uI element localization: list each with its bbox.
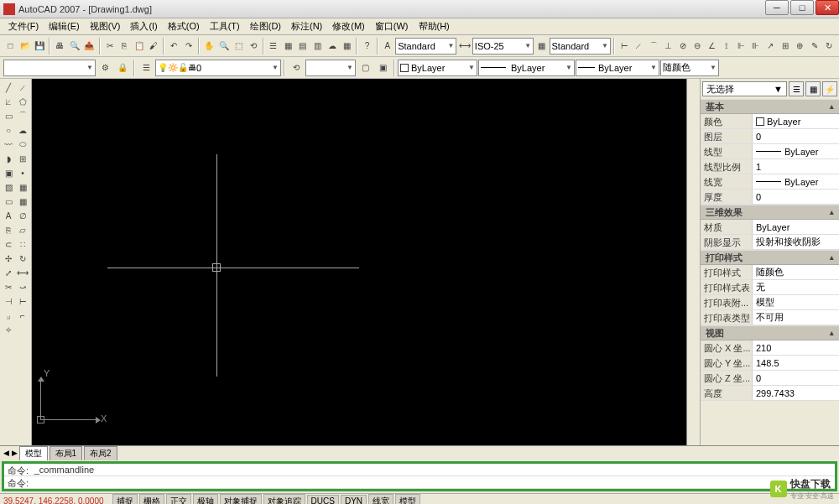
text-style-dropdown[interactable]: Standard▼ (395, 38, 456, 55)
dim-ord-icon[interactable]: ⊥ (661, 38, 675, 55)
menu-help[interactable]: 帮助(H) (414, 18, 455, 34)
dim-base-icon[interactable]: ⊩ (734, 38, 748, 55)
menu-file[interactable]: 文件(F) (3, 18, 44, 34)
dim-linear-icon[interactable]: ⊢ (618, 38, 631, 55)
print-icon[interactable]: 🖶 (53, 38, 66, 55)
ellipse-arc-icon[interactable]: ◗ (2, 152, 15, 165)
rotate-icon[interactable]: ↻ (16, 252, 29, 265)
menu-format[interactable]: 格式(O) (163, 18, 205, 34)
dim-ang-icon[interactable]: ∠ (705, 38, 718, 55)
menu-dimension[interactable]: 标注(N) (286, 18, 327, 34)
zoom-prev-icon[interactable]: ⟲ (246, 38, 259, 55)
quick-icon[interactable]: ⚡ (822, 81, 837, 96)
workspace-settings-icon[interactable]: ⚙ (96, 60, 113, 76)
dim-arc-icon[interactable]: ⌒ (647, 38, 660, 55)
match-icon[interactable]: 🖌 (147, 38, 160, 55)
prop-value-color[interactable]: ByLayer (753, 114, 839, 128)
dc-icon[interactable]: ▦ (281, 38, 294, 55)
layer-prev-icon[interactable]: ⟲ (288, 60, 305, 76)
table-tool-icon[interactable]: ▦ (16, 195, 29, 208)
extend-icon[interactable]: ⤻ (16, 280, 29, 294)
break-icon[interactable]: ⊣ (2, 294, 15, 308)
prop-value-plotattach[interactable]: 模型 (753, 295, 839, 309)
zoom-rt-icon[interactable]: 🔍 (216, 38, 230, 55)
prop-value-ltscale[interactable]: 1 (753, 159, 839, 174)
redo-icon[interactable]: ↷ (182, 38, 195, 55)
selection-dropdown[interactable]: 无选择▼ (702, 81, 787, 96)
tp-icon[interactable]: ▤ (296, 38, 310, 55)
layer-state-dropdown[interactable]: ▼ (305, 60, 356, 76)
spline-icon[interactable]: 〰 (2, 138, 15, 151)
explode-icon[interactable]: ✧ (2, 323, 15, 336)
pline-icon[interactable]: ⟀ (2, 95, 15, 108)
move-icon[interactable]: ✢ (2, 252, 15, 265)
dim-lead-icon[interactable]: ↗ (763, 38, 777, 55)
fillet-icon[interactable]: ⌐ (16, 309, 29, 322)
dim-icon[interactable]: ⟷ (457, 38, 471, 55)
color-dropdown[interactable]: ByLayer▼ (398, 60, 477, 76)
help-icon[interactable]: ? (360, 38, 373, 55)
status-ortho[interactable]: 正交 (166, 494, 191, 505)
copy-tool-icon[interactable]: ⎘ (2, 223, 15, 236)
point-icon[interactable]: • (16, 166, 29, 179)
table-icon[interactable]: ▦ (534, 38, 548, 55)
menu-modify[interactable]: 修改(M) (327, 18, 370, 34)
status-otrack[interactable]: 对象追踪 (263, 494, 305, 505)
region-icon[interactable]: ▭ (2, 195, 15, 208)
workspace-dropdown[interactable]: ▼ (3, 60, 96, 76)
table-style-dropdown[interactable]: Standard▼ (550, 38, 611, 55)
prop-value-plottable[interactable]: 无 (753, 280, 839, 294)
revcloud-icon[interactable]: ☁ (16, 123, 29, 137)
gradient-icon[interactable]: ▦ (16, 180, 29, 194)
menu-window[interactable]: 窗口(W) (370, 18, 414, 34)
section-3d[interactable]: 三维效果▴ (701, 205, 839, 220)
prop-value-linetype[interactable]: ByLayer (753, 144, 839, 158)
dim-quick-icon[interactable]: ⟟ (720, 38, 733, 55)
layer-iso-icon[interactable]: ▢ (357, 60, 373, 76)
dim-aligned-icon[interactable]: ⟋ (632, 38, 645, 55)
plotstyle-dropdown[interactable]: 随颜色▼ (660, 60, 719, 76)
prop-value-height[interactable]: 299.7433 (753, 386, 839, 400)
chamfer-icon[interactable]: ⟓ (2, 309, 15, 322)
erase-icon[interactable]: ∅ (16, 209, 29, 222)
prop-value-centerx[interactable]: 210 (753, 340, 839, 355)
offset-icon[interactable]: ⊂ (2, 237, 15, 251)
dim-style-dropdown[interactable]: ISO-25▼ (472, 38, 534, 55)
cut-icon[interactable]: ✂ (103, 38, 117, 55)
prop-value-material[interactable]: ByLayer (753, 220, 839, 234)
polygon-icon[interactable]: ⬠ (16, 95, 29, 108)
save-icon[interactable]: 💾 (33, 38, 46, 55)
menu-edit[interactable]: 编辑(E) (44, 18, 85, 34)
drawing-canvas[interactable]: Y X (32, 79, 686, 445)
status-snap[interactable]: 捕捉 (112, 494, 138, 505)
calc-icon[interactable]: ▦ (340, 38, 353, 55)
dim-rad-icon[interactable]: ⊘ (676, 38, 690, 55)
menu-draw[interactable]: 绘图(D) (245, 18, 286, 34)
tab-layout2[interactable]: 布局2 (84, 446, 117, 460)
new-icon[interactable]: □ (3, 38, 17, 55)
select-icon[interactable]: ▦ (805, 81, 821, 96)
minimize-button[interactable]: ─ (765, 0, 789, 15)
pickadd-icon[interactable]: ☰ (789, 81, 804, 96)
rectangle-icon[interactable]: ▭ (2, 109, 15, 122)
prop-value-layer[interactable]: 0 (753, 129, 839, 143)
hatch-icon[interactable]: ▨ (2, 180, 15, 194)
circle-icon[interactable]: ○ (2, 123, 15, 137)
prop-value-centerz[interactable]: 0 (753, 371, 839, 385)
preview-icon[interactable]: 🔍 (68, 38, 81, 55)
text-icon[interactable]: A (381, 38, 394, 55)
vertical-scrollbar[interactable] (686, 79, 700, 445)
prop-value-shadow[interactable]: 投射和接收阴影 (753, 235, 839, 249)
scale-icon[interactable]: ⤢ (2, 266, 15, 279)
status-ducs[interactable]: DUCS (307, 495, 339, 504)
tab-layout1[interactable]: 布局1 (50, 446, 83, 460)
dim-tol-icon[interactable]: ⊞ (778, 38, 791, 55)
mirror-icon[interactable]: ▱ (16, 223, 29, 236)
prop-value-thickness[interactable]: 0 (753, 190, 839, 204)
status-polar[interactable]: 极轴 (193, 494, 218, 505)
ssm-icon[interactable]: ▥ (310, 38, 324, 55)
coordinates-display[interactable]: 39.5247, 146.2258, 0.0000 (3, 496, 111, 504)
ellipse-icon[interactable]: ⬭ (16, 138, 29, 151)
status-osnap[interactable]: 对象捕捉 (220, 494, 262, 505)
dim-dia-icon[interactable]: ⊖ (690, 38, 704, 55)
